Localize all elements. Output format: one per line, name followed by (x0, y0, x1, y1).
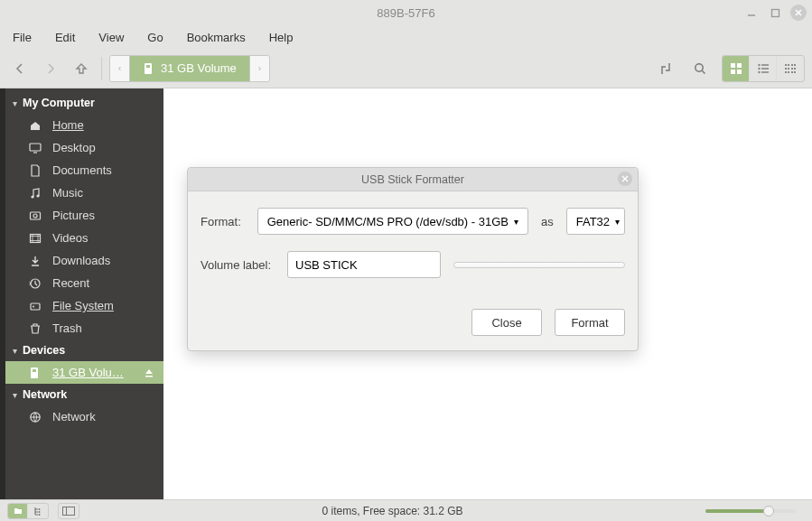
places-button[interactable] (8, 504, 28, 518)
sidebar-item-label: Documents (52, 163, 154, 177)
sidebar-item-recent[interactable]: Recent (5, 272, 163, 294)
list-view-button[interactable] (750, 56, 777, 81)
menu-help[interactable]: Help (264, 29, 299, 46)
path-location[interactable]: 31 GB Volume (130, 56, 249, 81)
back-button[interactable] (7, 56, 33, 81)
tree-button[interactable] (28, 504, 48, 518)
close-button[interactable]: Close (471, 309, 542, 336)
filesystem-icon (29, 300, 43, 312)
svg-point-4 (668, 63, 670, 65)
as-label: as (528, 215, 566, 228)
menu-edit[interactable]: Edit (50, 29, 80, 46)
zoom-knob[interactable] (763, 506, 774, 516)
chevron-down-icon: ▾ (615, 217, 620, 227)
window-titlebar: 889B-57F6 (0, 0, 812, 25)
svg-rect-25 (794, 68, 796, 70)
chevron-down-icon: ▾ (13, 390, 17, 400)
path-location-label: 31 GB Volume (161, 61, 237, 75)
svg-rect-7 (737, 63, 742, 68)
svg-rect-0 (771, 9, 779, 16)
menu-bookmarks[interactable]: Bookmarks (182, 29, 251, 46)
svg-rect-43 (63, 507, 75, 515)
svg-rect-38 (33, 369, 36, 372)
svg-point-30 (36, 194, 39, 197)
maximize-icon[interactable] (767, 5, 783, 21)
sidebar-item-label: Videos (52, 231, 154, 245)
svg-rect-15 (761, 71, 769, 73)
svg-rect-16 (785, 64, 787, 66)
sidebar-item-videos[interactable]: Videos (5, 227, 163, 249)
svg-rect-27 (794, 71, 796, 73)
sidebar-item-home[interactable]: Home (5, 114, 163, 136)
sidebar-item-documents[interactable]: Documents (5, 159, 163, 181)
svg-rect-26 (791, 71, 793, 73)
menu-file[interactable]: File (7, 29, 37, 46)
sidebar-item-pictures[interactable]: Pictures (5, 204, 163, 227)
window-title: 889B-57F6 (377, 6, 434, 20)
sidebar: ▾ My Computer Home Desktop Documents Mus… (5, 88, 163, 499)
svg-rect-21 (788, 71, 789, 73)
svg-point-3 (661, 72, 663, 74)
menu-go[interactable]: Go (142, 29, 168, 46)
zoom-slider[interactable] (705, 509, 796, 513)
sidebar-item-music[interactable]: Music (5, 181, 163, 204)
up-button[interactable] (69, 56, 94, 81)
sidebar-item-label: Network (52, 410, 154, 423)
sidebar-item-label: Recent (52, 276, 154, 290)
minimize-icon[interactable] (743, 5, 760, 21)
forward-button[interactable] (38, 56, 63, 81)
svg-rect-35 (31, 303, 40, 310)
sidebar-item-trash[interactable]: Trash (5, 317, 163, 340)
svg-rect-33 (31, 234, 41, 242)
window-controls (743, 0, 807, 25)
sidebar-item-network[interactable]: Network (5, 405, 163, 428)
svg-rect-8 (731, 70, 735, 74)
menubar: File Edit View Go Bookmarks Help (0, 25, 812, 49)
filesystem-combobox[interactable]: FAT32 ▾ (566, 208, 625, 235)
trash-icon (29, 322, 43, 335)
svg-rect-19 (788, 68, 789, 70)
videos-icon (29, 232, 43, 245)
svg-rect-2 (146, 65, 150, 68)
sidebar-item-filesystem[interactable]: File System (5, 294, 163, 317)
search-button[interactable] (687, 56, 713, 81)
drive-icon (29, 367, 43, 379)
dialog-close-icon[interactable] (618, 172, 632, 186)
device-combobox[interactable]: Generic- SD/MMC/MS PRO (/dev/sdb) - 31GB… (257, 208, 528, 235)
menu-view[interactable]: View (93, 29, 129, 46)
svg-rect-9 (737, 70, 742, 74)
icon-view-button[interactable] (723, 56, 750, 81)
sidebar-item-desktop[interactable]: Desktop (5, 136, 163, 159)
network-icon (29, 411, 43, 423)
svg-rect-37 (31, 367, 38, 378)
sidebar-item-downloads[interactable]: Downloads (5, 249, 163, 272)
svg-rect-22 (791, 64, 793, 66)
svg-point-5 (695, 63, 703, 70)
pane-toggle-button[interactable] (59, 504, 79, 518)
sidebar-section-label: Network (23, 388, 67, 401)
sidebar-section-computer[interactable]: ▾ My Computer (5, 92, 163, 114)
volume-label-input[interactable] (287, 251, 441, 278)
toggle-location-button[interactable] (653, 56, 678, 81)
svg-point-32 (33, 214, 37, 218)
statusbar: 0 items, Free space: 31.2 GB (0, 499, 812, 521)
separator (101, 57, 102, 80)
toolbar: 31 GB Volume (0, 49, 812, 88)
sidebar-section-devices[interactable]: ▾ Devices (5, 340, 163, 361)
svg-rect-13 (761, 68, 769, 70)
close-icon[interactable] (790, 5, 807, 21)
sidebar-section-network[interactable]: ▾ Network (5, 384, 163, 405)
sidebar-item-volume[interactable]: 31 GB Volu… (5, 361, 163, 384)
dialog-titlebar[interactable]: USB Stick Formatter (188, 168, 638, 191)
svg-point-36 (33, 305, 34, 307)
downloads-icon (29, 255, 43, 267)
svg-rect-11 (761, 64, 769, 66)
statusbar-view-group (7, 503, 49, 519)
dialog-body: Format: Generic- SD/MMC/MS PRO (/dev/sdb… (188, 191, 638, 300)
path-next-button[interactable] (249, 56, 269, 81)
compact-view-button[interactable] (777, 56, 804, 81)
format-button[interactable]: Format (555, 309, 625, 336)
path-prev-button[interactable] (110, 56, 130, 81)
eject-icon[interactable] (144, 367, 154, 378)
volume-label-label: Volume label: (201, 258, 287, 272)
